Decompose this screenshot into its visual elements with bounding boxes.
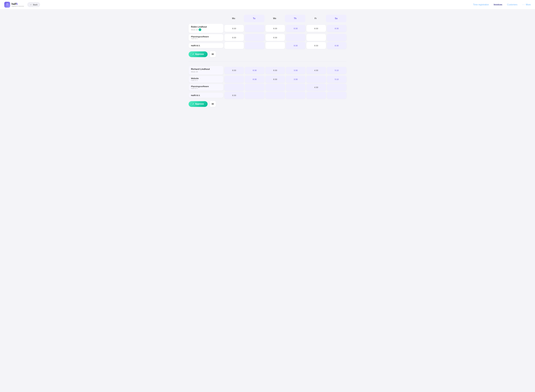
- robin-name: Robin Lindhout: [191, 26, 221, 28]
- richard-half5-we[interactable]: [265, 92, 285, 99]
- robin-half5-fr[interactable]: 8:30: [307, 42, 326, 49]
- robin-half5-we[interactable]: [265, 42, 285, 49]
- day-header-we: We: [265, 15, 285, 22]
- robin-th[interactable]: 8:30: [286, 25, 305, 32]
- section-divider: [189, 61, 346, 62]
- day-header-sa: Sa: [326, 15, 346, 22]
- main-content: Mo Tu We Th Fr Sa Robin Lindhout Week 26…: [181, 9, 354, 117]
- richard-main-row: Richard Lindhout Week 26 8:30 8:30 8:30 …: [189, 66, 346, 75]
- day-header-mo: Mo: [223, 15, 244, 22]
- richard-header-cell: Richard Lindhout Week 26: [189, 66, 223, 75]
- richard-half5-mo[interactable]: 8:30: [224, 92, 244, 99]
- robin-half5-name: Half5 B.V.: [191, 44, 221, 47]
- back-label: Back: [33, 4, 37, 6]
- richard-planningssoftware-company: Half5 B.V.: [191, 88, 221, 89]
- approve-label-2: Approve: [195, 103, 204, 105]
- robin-fr[interactable]: 8:30: [307, 25, 326, 32]
- approved-badge: ✓: [199, 28, 201, 31]
- richard-half5-tu[interactable]: [245, 92, 264, 99]
- richard-half5-fr[interactable]: [307, 92, 326, 99]
- robin-half5-tu[interactable]: [245, 42, 264, 49]
- richard-half5-name: Half5 B.V.: [191, 94, 221, 97]
- robin-half5-th[interactable]: 8:30: [286, 42, 305, 49]
- robin-header-cell: Robin Lindhout Week 26 ✓: [189, 24, 223, 33]
- robin-planningssoftware-company: Half5 B.V.: [191, 38, 221, 40]
- logo-area: ⏱ half5 registreer & factureer: [4, 2, 24, 8]
- richard-planningssoftware-row: Planningssoftware Half5 B.V. 4:30: [189, 84, 346, 91]
- richard-tu[interactable]: 8:30: [245, 67, 264, 74]
- richard-website-name: Website: [191, 77, 221, 79]
- robin-sa[interactable]: 8:30: [327, 25, 346, 32]
- email-icon: ✉: [212, 53, 214, 56]
- robin-tu[interactable]: [245, 25, 264, 32]
- robin-half5-row: Half5 B.V. 8:30 8:30 8:30: [189, 42, 346, 49]
- richard-plan-mo[interactable]: [224, 84, 244, 91]
- day-header-fr: Fr: [305, 15, 326, 22]
- richard-web-we[interactable]: 8:30: [265, 76, 285, 83]
- main-nav: Time registration Invoices Customers ···…: [473, 3, 531, 6]
- robin-plan-tu[interactable]: [245, 34, 264, 41]
- robin-week: Week 26 ✓: [191, 28, 221, 31]
- richard-website-label: Website Half5 B.V.: [189, 76, 223, 83]
- richard-sa[interactable]: 5:10: [327, 67, 346, 74]
- email-icon-2: ✉: [212, 102, 214, 106]
- robin-email-button[interactable]: ✉: [210, 51, 216, 57]
- app-sub: registreer & factureer: [11, 5, 24, 7]
- nav-invoices[interactable]: Invoices: [494, 4, 502, 6]
- richard-we[interactable]: 8:30: [265, 67, 285, 74]
- person-section-richard: Richard Lindhout Week 26 8:30 8:30 8:30 …: [189, 66, 346, 107]
- day-headers-row: Mo Tu We Th Fr Sa: [189, 15, 346, 22]
- robin-approve-button[interactable]: ✓ Approve: [189, 51, 208, 57]
- nav-customers[interactable]: Customers: [507, 4, 517, 6]
- richard-half5-row: Half5 B.V. 8:30: [189, 92, 346, 99]
- richard-website-company: Half5 B.V.: [191, 79, 221, 81]
- richard-half5-sa[interactable]: [327, 92, 346, 99]
- richard-plan-we[interactable]: [265, 84, 285, 91]
- robin-mo[interactable]: 8:30: [224, 25, 244, 32]
- richard-mo[interactable]: 8:30: [224, 67, 244, 74]
- richard-web-sa[interactable]: 5:10: [327, 76, 346, 83]
- richard-planningssoftware-name: Planningssoftware: [191, 85, 221, 88]
- logo-text: half5 registreer & factureer: [11, 2, 24, 7]
- nav-time-registration[interactable]: Time registration: [473, 4, 489, 6]
- richard-web-mo[interactable]: [224, 76, 244, 83]
- robin-plan-th[interactable]: [286, 34, 305, 41]
- richard-half5-th[interactable]: [286, 92, 305, 99]
- app-name: half5: [11, 2, 24, 5]
- robin-planningssoftware-label: Planningssoftware Half5 B.V.: [189, 34, 223, 41]
- richard-approve-row: ✓ Approve ✉: [189, 101, 346, 107]
- richard-plan-fr[interactable]: 4:30: [307, 84, 326, 91]
- ellipsis-icon: ···: [522, 3, 525, 6]
- richard-plan-sa[interactable]: [327, 84, 346, 91]
- robin-half5-sa[interactable]: 8:30: [327, 42, 346, 49]
- richard-web-tu[interactable]: 8:30: [245, 76, 264, 83]
- richard-plan-tu[interactable]: [245, 84, 264, 91]
- header: ⏱ half5 registreer & factureer ← Back Ti…: [0, 0, 535, 9]
- day-header-th: Th: [285, 15, 305, 22]
- richard-plan-th[interactable]: [286, 84, 305, 91]
- richard-half5-label: Half5 B.V.: [189, 93, 223, 98]
- robin-half5-mo[interactable]: [224, 42, 244, 49]
- richard-web-th[interactable]: 3:30: [286, 76, 305, 83]
- robin-plan-we[interactable]: 8:30: [265, 34, 285, 41]
- robin-planningssoftware-name: Planningssoftware: [191, 35, 221, 38]
- richard-week: Week 26: [191, 71, 221, 73]
- approve-check-icon-2: ✓: [192, 103, 194, 105]
- nav-more-label: More: [526, 4, 531, 6]
- app-logo-icon: ⏱: [4, 2, 10, 8]
- robin-half5-label: Half5 B.V.: [189, 43, 223, 48]
- back-button[interactable]: ← Back: [27, 2, 40, 7]
- approve-label: Approve: [195, 53, 204, 55]
- richard-fr[interactable]: 4:30: [307, 67, 326, 74]
- robin-plan-fr[interactable]: [307, 34, 326, 41]
- nav-more[interactable]: ··· More: [522, 3, 531, 6]
- richard-approve-button[interactable]: ✓ Approve: [189, 101, 208, 107]
- richard-email-button[interactable]: ✉: [210, 101, 216, 107]
- richard-th[interactable]: 3:30: [286, 67, 305, 74]
- richard-name: Richard Lindhout: [191, 68, 221, 70]
- robin-approve-row: ✓ Approve ✉: [189, 51, 346, 57]
- robin-we[interactable]: 8:30: [265, 25, 285, 32]
- richard-web-fr[interactable]: [307, 76, 326, 83]
- robin-plan-mo[interactable]: 8:30: [224, 34, 244, 41]
- robin-plan-sa[interactable]: [327, 34, 346, 41]
